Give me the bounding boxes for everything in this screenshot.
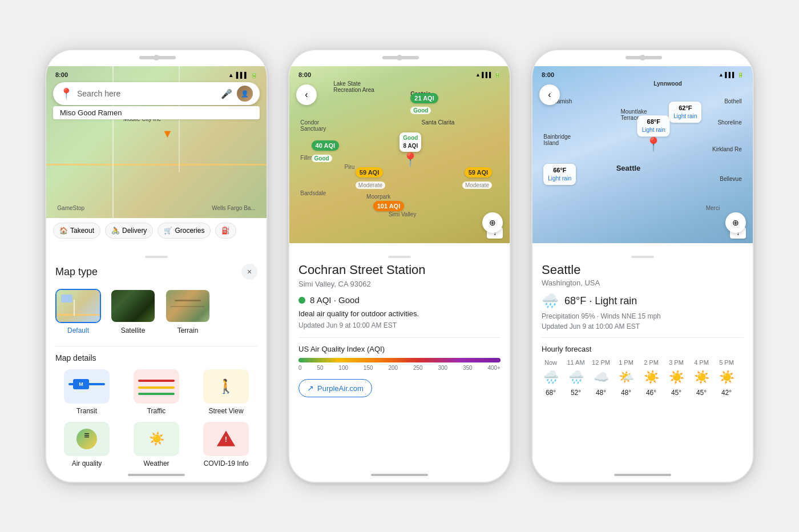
terrain-preview <box>166 290 209 322</box>
map-background-2: 8:00 ▲ ▌▌▌ 🔋 Castaic Lake StateRecreatio… <box>289 66 510 243</box>
label-kirkland: Kirkland Re <box>712 146 742 152</box>
seattle-rain-label: Light rain <box>642 126 665 134</box>
hourly-scroll: Now 🌧️ 68° 11 AM 🌧️ 52° 12 PM ☁️ 48° <box>542 359 744 397</box>
transit-item[interactable]: M Transit <box>55 369 118 415</box>
close-button[interactable]: × <box>241 264 257 280</box>
exclamation-icon: ! <box>225 435 227 444</box>
streetview-thumb: 🚶 <box>203 369 249 404</box>
aqi-num-150: 150 <box>364 365 373 371</box>
delivery-btn[interactable]: 🚴 Delivery <box>105 223 153 239</box>
map-type-satellite[interactable]: Satellite <box>110 289 156 334</box>
back-button-2[interactable]: ‹ <box>296 84 317 105</box>
phone-bottom-bar-1 <box>46 468 267 482</box>
building <box>61 295 72 303</box>
label-merci: Merci <box>706 205 720 211</box>
hourly-11am: 11 AM 🌧️ 52° <box>567 359 585 397</box>
aqi-num-50: 50 <box>317 365 323 371</box>
speaker-1 <box>139 56 176 59</box>
sheet-header: Map type × <box>55 264 257 280</box>
hourly-2pm: 2 PM ☀️ 46° <box>642 359 660 397</box>
user-avatar[interactable]: 👤 <box>237 86 253 102</box>
location-btn-2[interactable]: ⊕ <box>482 212 503 233</box>
external-link-icon: ↗ <box>307 384 314 393</box>
icon-now: 🌧️ <box>542 368 560 386</box>
hourly-5pm: 5 PM ☀️ 42° <box>717 359 736 397</box>
aqi-num-100: 100 <box>338 365 348 371</box>
suggestion-text: Miso Good Ramen <box>60 108 122 117</box>
takeout-icon: 🏠 <box>59 227 68 235</box>
weather-details-text: Precipitation 95% · Winds NNE 15 mph <box>542 312 744 320</box>
time-11am: 11 AM <box>567 359 584 366</box>
icon-3pm: ☀️ <box>667 368 685 386</box>
map-type-terrain[interactable]: Terrain <box>165 289 211 334</box>
fuel-btn[interactable]: ⛽ <box>215 223 236 239</box>
battery-icon-3: ▲ ▌▌▌ 🔋 <box>719 72 744 78</box>
hourly-12pm: 12 PM ☁️ 48° <box>592 359 610 397</box>
aqi-badge-59-right: 59 AQI <box>465 167 492 178</box>
phone-top-bar-2 <box>289 50 510 66</box>
terrain-line <box>175 300 201 301</box>
search-input[interactable]: Search here <box>77 89 216 98</box>
seattle-temp: 68°F <box>647 118 660 126</box>
phone-screen-3: 8:00 ▲ ▌▌▌ 🔋 Lynnwood Bothell MountlakeT… <box>532 66 753 468</box>
status-icons-1: ▲ ▌▌▌ 🔋 <box>228 72 257 78</box>
satellite-preview <box>111 290 155 322</box>
map-area-3: 8:00 ▲ ▌▌▌ 🔋 Lynnwood Bothell MountlakeT… <box>532 66 753 243</box>
seattle-pin-group: 68°F Light rain 📍 <box>637 115 670 151</box>
mic-icon[interactable]: 🎤 <box>221 88 232 99</box>
road-vert <box>74 300 75 316</box>
time-3pm: 3 PM <box>669 359 684 366</box>
aqi-num-0: 0 <box>298 365 302 371</box>
covid-item[interactable]: ! COVID-19 Info <box>195 422 257 467</box>
suggestion-item[interactable]: Miso Good Ramen <box>53 106 260 119</box>
weather-label: Weather <box>143 460 169 467</box>
signal-icon: ▌▌▌ <box>236 72 248 78</box>
temp-now: 68° <box>546 389 556 397</box>
map-types-row: Default Satellite <box>55 289 257 334</box>
traffic-item[interactable]: Traffic <box>125 369 188 415</box>
weather-item[interactable]: ☀️ Weather <box>125 422 188 467</box>
icon-4pm: ☀️ <box>692 368 711 386</box>
sheet-handle <box>145 256 168 258</box>
terrain-label: Terrain <box>177 327 199 334</box>
map-type-default[interactable]: Default <box>55 289 101 334</box>
back-button-3[interactable]: ‹ <box>539 84 560 105</box>
kirkland-label: Light rain <box>673 112 697 120</box>
aqi-updated: Updated Jun 9 at 10:00 AM EST <box>298 321 501 329</box>
time-2pm: 2 PM <box>644 359 659 366</box>
groceries-btn[interactable]: 🛒 Groceries <box>158 223 211 239</box>
location-btn-3[interactable]: ⊕ <box>725 212 746 233</box>
airquality-item[interactable]: ≡ Air quality <box>55 422 118 467</box>
divider <box>55 346 257 346</box>
purpleair-link[interactable]: ↗ PurpleAir.com <box>298 379 372 397</box>
sheet-handle-2 <box>388 256 411 258</box>
aqi-num-350: 350 <box>463 365 473 371</box>
search-bar-container: 📍 Search here 🎤 👤 Miso Good Ramen <box>53 82 260 119</box>
label-bellevue: Bellevue <box>720 176 741 182</box>
airquality-thumb: ≡ <box>64 422 110 456</box>
takeout-btn[interactable]: 🏠 Takeout <box>53 223 100 239</box>
streetview-item[interactable]: 🚶 Street View <box>195 369 257 415</box>
phone-screen-2: 8:00 ▲ ▌▌▌ 🔋 Castaic Lake StateRecreatio… <box>289 66 510 468</box>
battery-icon: 🔋 <box>251 72 257 78</box>
temp-2pm: 46° <box>646 389 656 397</box>
airquality-label: Air quality <box>72 460 102 467</box>
moderate-label-right: Moderate <box>462 182 492 189</box>
traffic-red <box>138 380 175 382</box>
satellite-label: Satellite <box>121 327 146 334</box>
traffic-yellow <box>138 386 175 389</box>
home-indicator-1 <box>128 474 185 476</box>
traffic-thumb <box>134 369 179 404</box>
aqi-good-label-top: Good <box>410 107 431 114</box>
satellite-thumb <box>110 289 156 323</box>
phone-1: SQ Engineering Group Mobile City Inc Gam… <box>45 49 268 483</box>
aqi-scale-bar <box>298 358 501 362</box>
transit-thumb: M <box>64 369 110 404</box>
label-seattle: Seattle <box>616 164 641 172</box>
weather-city-title: Seattle <box>542 263 744 277</box>
close-icon: × <box>247 267 252 276</box>
phone-bottom-bar-2 <box>289 468 510 482</box>
search-bar[interactable]: 📍 Search here 🎤 👤 <box>53 82 260 105</box>
time-1pm: 1 PM <box>619 359 633 366</box>
terrain-thumb <box>165 289 211 323</box>
